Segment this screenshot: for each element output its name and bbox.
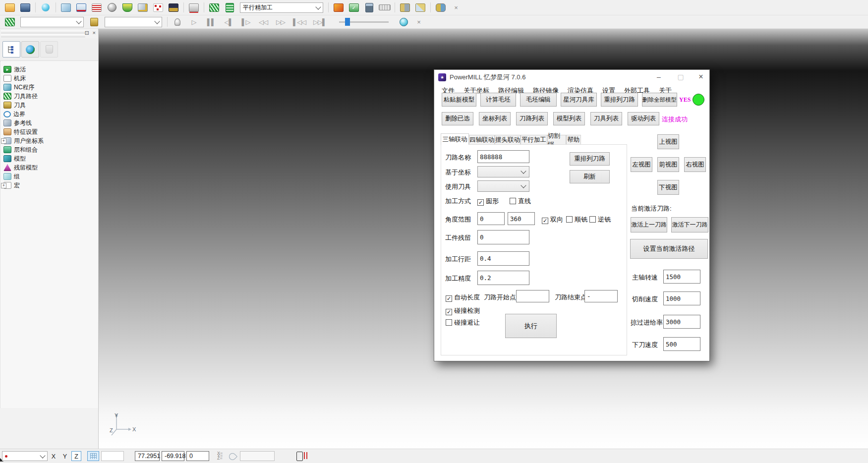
blocks-icon[interactable] [434,1,448,14]
recycle-bin-tab[interactable] [40,41,58,58]
calc-block-button[interactable]: 计算毛坯 [480,93,516,107]
tool-sphere-icon[interactable] [105,1,119,14]
tab-parallel[interactable]: 平行加工 [521,135,547,145]
angle-to-input[interactable] [508,212,535,225]
workplane-combobox[interactable] [2,451,48,461]
block-edit-button[interactable]: 毛坯编辑 [520,93,557,107]
toolpath-strategies-icon[interactable] [74,1,88,14]
globe-tab[interactable] [21,41,39,58]
panel-grip[interactable] [1,34,85,37]
probe-icon[interactable] [228,452,237,462]
step-back-button[interactable]: ◁▌ [221,15,236,28]
drive-list-button[interactable]: 驱动列表 [628,112,659,125]
cutting-speed-input[interactable] [663,291,700,305]
go-to-end-button[interactable]: ▷▷▌ [310,15,329,28]
base-coord-combobox[interactable] [477,166,529,177]
delete-all-models-button[interactable]: 删除全部模型 [642,93,677,107]
toolpath-coil-icon[interactable] [3,15,17,28]
model-list-button[interactable]: 模型列表 [553,112,585,125]
tool-holder-icon[interactable] [167,1,180,14]
expand-icon[interactable]: + [1,183,6,188]
circle-checkbox[interactable]: ✓ [477,199,484,206]
refresh-button[interactable]: 刷新 [570,170,610,183]
plunge-speed-input[interactable] [663,337,700,351]
xyz-list-icon[interactable]: X=Y=Z= [217,452,223,460]
tool-icon[interactable] [87,15,101,28]
bulb-icon[interactable] [171,15,184,28]
view-right-button[interactable]: 右视图 [684,157,706,172]
collision-avoid-checkbox[interactable] [446,319,452,326]
pause-button[interactable]: ▌▌ [203,15,219,28]
slider-handle[interactable] [345,18,350,26]
step-forward-button[interactable]: ▌▷ [238,15,254,28]
tool-pair-icon[interactable] [398,1,412,14]
set-active-path-button[interactable]: 设置当前激活路径 [630,239,708,259]
rearrange-button[interactable]: 重排列刀路 [570,152,610,166]
activate-next-button[interactable]: 激活下一刀路 [671,217,708,232]
speed-slider[interactable] [339,17,389,26]
tab-4axis[interactable]: 四轴联动 [469,135,495,145]
toolpath-list-button[interactable]: 刀路列表 [516,112,548,125]
collision-check-icon[interactable] [187,1,201,14]
rearrange-toolpaths-button[interactable]: 重排列刀路 [601,93,638,107]
panel-close-icon[interactable]: × [93,30,96,36]
collision-check-checkbox[interactable]: ✓ [446,309,452,315]
start-point-input[interactable] [516,290,549,302]
tree-item-nc-program[interactable]: NC程序 [3,83,34,92]
tree-item-patterns[interactable]: 参考线 [3,118,32,127]
dialog-titlebar[interactable]: ★ PowerMILL 忆梦星河 7.0.6 [434,70,709,85]
line-checkbox[interactable] [510,198,516,204]
view-top-button[interactable]: 上视图 [657,134,679,149]
toolpath-name-input[interactable] [477,150,529,163]
go-to-start-button[interactable]: ▌◁◁ [290,15,309,28]
block-icon[interactable] [59,1,73,14]
tab-help[interactable]: 帮助 [566,135,581,145]
coord-list-button[interactable]: 坐标列表 [479,112,511,125]
view-front-button[interactable]: 前视图 [657,157,679,172]
clipboard-icon[interactable] [296,452,303,461]
tree-item-activate[interactable]: ▸激活 [3,65,26,74]
tree-item-levels-sets[interactable]: 层和组合 [3,145,38,154]
tab-swivel[interactable]: 摆头联动 [495,135,521,145]
star-tool-icon[interactable] [332,1,346,14]
tree-item-groups[interactable]: 组 [3,172,20,181]
view-bottom-button[interactable]: 下视图 [657,180,679,195]
tool-combobox[interactable] [105,17,162,27]
rewind-button[interactable]: ◁◁ [255,15,271,28]
activate-prev-button[interactable]: 激活上一刀路 [631,217,667,232]
toolbar1-close-icon[interactable]: × [449,1,463,14]
toolpath-coil-icon[interactable] [207,1,221,14]
axis-y-button[interactable]: Y [60,451,70,461]
expand-icon[interactable]: + [1,138,6,144]
minimize-button[interactable]: – [650,70,667,84]
entity-icon[interactable] [39,1,53,14]
tool-list-button[interactable]: 刀具列表 [590,112,622,125]
tree-view-tab[interactable] [2,41,20,58]
use-tool-combobox[interactable] [477,180,529,192]
float-panel-icon[interactable]: ⊡ [85,30,89,36]
bidirectional-checkbox[interactable]: ✓ [542,218,548,224]
stepover-input[interactable] [477,251,529,266]
tree-item-machine[interactable]: 机床 [3,74,26,83]
transform-icon[interactable] [413,1,427,14]
delete-selected-button[interactable]: 删除已选 [442,112,473,125]
paste-new-model-button[interactable]: 粘贴新模型 [442,93,476,107]
auto-length-checkbox[interactable]: ✓ [446,295,452,302]
stock-remain-input[interactable] [477,230,529,244]
tree-item-tools[interactable]: 刀具 [3,101,26,110]
conventional-checkbox[interactable] [589,216,596,223]
pattern-edit-icon[interactable] [136,1,150,14]
verify-icon[interactable]: ✓ [347,1,361,14]
ruler-icon[interactable] [378,1,392,14]
tree-item-stock-models[interactable]: 残留模型 [3,163,38,172]
boundary-icon[interactable] [120,1,134,14]
tab-saw[interactable]: 切割锯 [547,135,566,145]
end-point-input[interactable] [584,290,618,302]
panel-grip[interactable] [1,30,85,33]
calculator-icon[interactable] [362,1,376,14]
nc-program-icon[interactable] [90,1,104,14]
tree-item-models[interactable]: 模型 [3,154,26,163]
toolbar2-close-icon[interactable]: × [412,15,426,28]
play-button[interactable]: ▷ [186,15,202,28]
tab-3axis[interactable]: 三轴联动 [441,133,469,145]
